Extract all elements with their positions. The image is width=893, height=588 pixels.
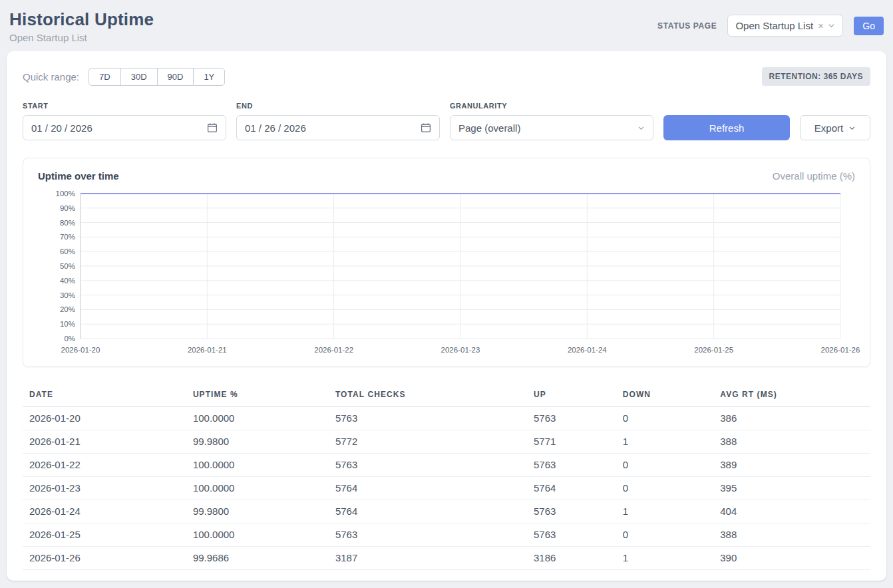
chevron-down-icon [848, 124, 856, 132]
quick-range-group: 7D30D90D1Y [89, 68, 225, 86]
end-date-input[interactable]: 01 / 26 / 2026 [236, 115, 440, 140]
svg-text:80%: 80% [60, 219, 75, 227]
granularity-label: GRANULARITY [450, 102, 653, 110]
quick-range-left: Quick range: 7D30D90D1Y [23, 68, 225, 86]
topbar: Historical Uptime Open Startup List STAT… [7, 7, 886, 51]
chevron-down-icon [828, 22, 835, 29]
table-cell: 5763 [527, 500, 616, 523]
go-button[interactable]: Go [854, 17, 884, 35]
start-label: START [23, 102, 226, 110]
table-cell: 5763 [527, 523, 616, 547]
svg-text:2026-01-24: 2026-01-24 [568, 346, 607, 354]
table-cell: 2026-01-23 [23, 477, 186, 500]
table-cell: 395 [713, 477, 870, 500]
table-row: 2026-01-2499.9800576457631404 [23, 500, 870, 523]
svg-text:2026-01-22: 2026-01-22 [314, 346, 353, 354]
table-cell: 2026-01-20 [23, 407, 186, 430]
table-cell: 2026-01-25 [23, 523, 186, 547]
table-cell: 5771 [527, 430, 616, 454]
start-field: START 01 / 20 / 2026 [23, 102, 226, 140]
main-card: Quick range: 7D30D90D1Y RETENTION: 365 D… [7, 51, 886, 581]
page-title: Historical Uptime [9, 9, 154, 30]
column-header: TOTAL CHECKS [329, 383, 527, 407]
svg-text:2026-01-21: 2026-01-21 [188, 346, 227, 354]
export-label: Export [814, 122, 843, 134]
column-header: UP [527, 383, 616, 407]
svg-text:90%: 90% [60, 204, 75, 212]
export-button[interactable]: Export [800, 115, 870, 140]
column-header: UPTIME % [186, 383, 329, 407]
table-cell: 5763 [329, 407, 527, 430]
title-block: Historical Uptime Open Startup List [9, 9, 154, 43]
calendar-icon [207, 122, 218, 133]
svg-text:2026-01-26: 2026-01-26 [821, 346, 860, 354]
granularity-field: GRANULARITY Page (overall) [450, 102, 653, 140]
quick-range-row: Quick range: 7D30D90D1Y RETENTION: 365 D… [23, 67, 870, 86]
quick-range-1y-button[interactable]: 1Y [193, 68, 225, 86]
chart-header: Uptime over time Overall uptime (%) [38, 170, 855, 182]
table-body: 2026-01-20100.00005763576303862026-01-21… [23, 407, 870, 570]
table-row: 2026-01-20100.0000576357630386 [23, 407, 870, 430]
status-page-select[interactable]: Open Startup List × [727, 15, 843, 37]
refresh-button[interactable]: Refresh [663, 115, 790, 140]
end-date-value: 01 / 26 / 2026 [245, 122, 306, 134]
table-cell: 5764 [329, 500, 527, 523]
quick-range-label: Quick range: [23, 71, 79, 82]
table-cell: 100.0000 [186, 477, 329, 500]
page-subtitle: Open Startup List [9, 32, 154, 43]
table-cell: 2026-01-21 [23, 430, 186, 454]
column-header: DOWN [616, 383, 714, 407]
quick-range-90d-button[interactable]: 90D [157, 68, 194, 86]
status-page-value: Open Startup List [735, 20, 813, 31]
table-cell: 0 [616, 523, 714, 547]
svg-text:60%: 60% [60, 247, 75, 255]
table-head: DATEUPTIME %TOTAL CHECKSUPDOWNAVG RT (MS… [23, 383, 870, 407]
svg-text:40%: 40% [60, 277, 75, 285]
clear-icon[interactable]: × [818, 21, 823, 31]
uptime-table: DATEUPTIME %TOTAL CHECKSUPDOWNAVG RT (MS… [23, 383, 870, 570]
end-field: END 01 / 26 / 2026 [236, 102, 440, 140]
table-cell: 2026-01-24 [23, 500, 186, 523]
svg-text:50%: 50% [60, 262, 75, 270]
table-cell: 390 [713, 547, 870, 570]
table-cell: 2026-01-22 [23, 454, 186, 477]
table-cell: 99.9800 [186, 500, 329, 523]
chart-legend-label: Overall uptime (%) [773, 170, 855, 182]
start-date-input[interactable]: 01 / 20 / 2026 [23, 115, 226, 140]
column-header: DATE [23, 383, 186, 407]
table-cell: 1 [616, 500, 714, 523]
table-row: 2026-01-22100.0000576357630389 [23, 454, 870, 477]
table-cell: 1 [616, 430, 714, 454]
table-row: 2026-01-2699.9686318731861390 [23, 547, 870, 570]
table-cell: 386 [713, 407, 870, 430]
table-cell: 5763 [527, 407, 616, 430]
table-cell: 2026-01-26 [23, 547, 186, 570]
table-cell: 1 [616, 547, 714, 570]
svg-text:2026-01-23: 2026-01-23 [441, 346, 480, 354]
quick-range-7d-button[interactable]: 7D [89, 68, 121, 86]
svg-text:100%: 100% [56, 190, 75, 198]
table-cell: 388 [713, 430, 870, 454]
table-cell: 5763 [329, 523, 527, 547]
table-cell: 5772 [329, 430, 527, 454]
svg-text:2026-01-25: 2026-01-25 [694, 346, 733, 354]
svg-text:0%: 0% [64, 335, 75, 343]
table-row: 2026-01-2199.9800577257711388 [23, 430, 870, 454]
svg-text:70%: 70% [60, 233, 75, 241]
quick-range-30d-button[interactable]: 30D [120, 68, 158, 86]
table-cell: 100.0000 [186, 454, 329, 477]
top-controls: STATUS PAGE Open Startup List × Go [657, 15, 884, 37]
table-cell: 99.9800 [186, 430, 329, 454]
table-row: 2026-01-25100.0000576357630388 [23, 523, 870, 547]
table-cell: 0 [616, 454, 714, 477]
table-cell: 99.9686 [186, 547, 329, 570]
column-header: AVG RT (MS) [713, 383, 870, 407]
start-date-value: 01 / 20 / 2026 [31, 122, 92, 134]
svg-text:20%: 20% [60, 305, 75, 313]
table-cell: 389 [713, 454, 870, 477]
table-cell: 0 [616, 407, 714, 430]
table-cell: 100.0000 [186, 523, 329, 547]
granularity-value: Page (overall) [458, 122, 520, 134]
granularity-select[interactable]: Page (overall) [450, 115, 653, 140]
svg-text:10%: 10% [60, 320, 75, 328]
